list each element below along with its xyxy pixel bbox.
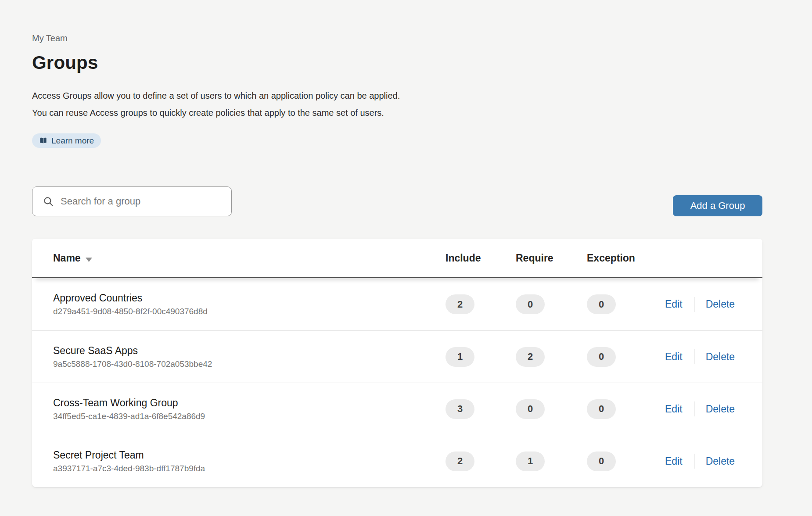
include-cell: 2: [446, 452, 516, 471]
delete-link[interactable]: Delete: [706, 403, 735, 415]
exception-count-badge: 0: [587, 347, 616, 367]
toolbar: Add a Group: [32, 186, 762, 216]
row-actions: Edit Delete: [665, 454, 762, 469]
exception-cell: 0: [587, 399, 665, 419]
group-name-cell: Secure SaaS Apps 9a5c5888-1708-43d0-8108…: [32, 344, 446, 369]
table-row: Approved Countries d279a451-9d08-4850-8f…: [32, 278, 762, 330]
require-cell: 2: [516, 347, 587, 367]
edit-link[interactable]: Edit: [665, 455, 683, 467]
require-cell: 0: [516, 294, 587, 314]
include-count-badge: 1: [446, 347, 474, 367]
table-body: Approved Countries d279a451-9d08-4850-8f…: [32, 278, 762, 487]
row-actions: Edit Delete: [665, 349, 762, 364]
group-id: 9a5c5888-1708-43d0-8108-702a053bbe42: [53, 359, 446, 369]
book-icon: [39, 136, 47, 145]
delete-link[interactable]: Delete: [706, 298, 735, 310]
table-row: Cross-Team Working Group 34ff5ed5-ca1e-4…: [32, 383, 762, 435]
exception-count-badge: 0: [587, 294, 616, 314]
add-group-button[interactable]: Add a Group: [673, 195, 762, 216]
delete-link[interactable]: Delete: [706, 455, 735, 467]
name-header-label: Name: [53, 252, 81, 264]
page-description: Access Groups allow you to define a set …: [32, 87, 762, 122]
group-name: Secure SaaS Apps: [53, 344, 446, 357]
column-header-exception: Exception: [587, 252, 665, 264]
group-id: d279a451-9d08-4850-8f2f-00c490376d8d: [53, 306, 446, 317]
group-name-cell: Secret Project Team a3937171-a7c3-4ded-9…: [32, 449, 446, 474]
require-cell: 1: [516, 452, 587, 471]
exception-count-badge: 0: [587, 452, 616, 471]
edit-link[interactable]: Edit: [665, 403, 683, 415]
description-line-1: Access Groups allow you to define a set …: [32, 87, 762, 104]
action-divider: [694, 297, 694, 312]
delete-link[interactable]: Delete: [706, 351, 735, 363]
learn-more-button[interactable]: Learn more: [32, 133, 101, 148]
action-divider: [694, 349, 694, 364]
require-count-badge: 1: [516, 452, 545, 471]
row-actions: Edit Delete: [665, 401, 762, 416]
require-count-badge: 0: [516, 399, 545, 419]
require-cell: 0: [516, 399, 587, 419]
edit-link[interactable]: Edit: [665, 298, 683, 310]
table-row: Secure SaaS Apps 9a5c5888-1708-43d0-8108…: [32, 330, 762, 383]
edit-link[interactable]: Edit: [665, 351, 683, 363]
page-title: Groups: [32, 51, 762, 74]
group-id: a3937171-a7c3-4ded-983b-dff1787b9fda: [53, 463, 446, 474]
include-cell: 3: [446, 399, 516, 419]
row-actions: Edit Delete: [665, 297, 762, 312]
groups-table-card: Name Include Require Exception Approved …: [32, 239, 762, 487]
include-cell: 1: [446, 347, 516, 367]
column-header-require: Require: [516, 252, 587, 264]
require-count-badge: 0: [516, 294, 545, 314]
group-name-cell: Approved Countries d279a451-9d08-4850-8f…: [32, 292, 446, 317]
column-header-include: Include: [446, 252, 516, 264]
action-divider: [694, 401, 694, 416]
group-name-cell: Cross-Team Working Group 34ff5ed5-ca1e-4…: [32, 397, 446, 422]
exception-cell: 0: [587, 294, 665, 314]
include-count-badge: 2: [446, 452, 474, 471]
column-header-name[interactable]: Name: [32, 251, 446, 265]
group-name: Secret Project Team: [53, 449, 446, 461]
learn-more-label: Learn more: [51, 136, 94, 146]
search-box: [32, 186, 232, 216]
table-row: Secret Project Team a3937171-a7c3-4ded-9…: [32, 435, 762, 487]
action-divider: [694, 454, 694, 469]
require-count-badge: 2: [516, 347, 545, 367]
sort-descending-icon[interactable]: [86, 253, 92, 265]
main-content: My Team Groups Access Groups allow you t…: [32, 0, 762, 487]
include-cell: 2: [446, 294, 516, 314]
table-header-row: Name Include Require Exception: [32, 239, 762, 278]
include-count-badge: 2: [446, 294, 474, 314]
search-input[interactable]: [32, 186, 232, 216]
exception-count-badge: 0: [587, 399, 616, 419]
exception-cell: 0: [587, 347, 665, 367]
exception-cell: 0: [587, 452, 665, 471]
breadcrumb: My Team: [32, 32, 762, 44]
group-name: Cross-Team Working Group: [53, 397, 446, 409]
group-id: 34ff5ed5-ca1e-4839-ad1a-6f8e542a86d9: [53, 411, 446, 422]
group-name: Approved Countries: [53, 292, 446, 304]
description-line-2: You can reuse Access groups to quickly c…: [32, 104, 762, 122]
include-count-badge: 3: [446, 399, 474, 419]
